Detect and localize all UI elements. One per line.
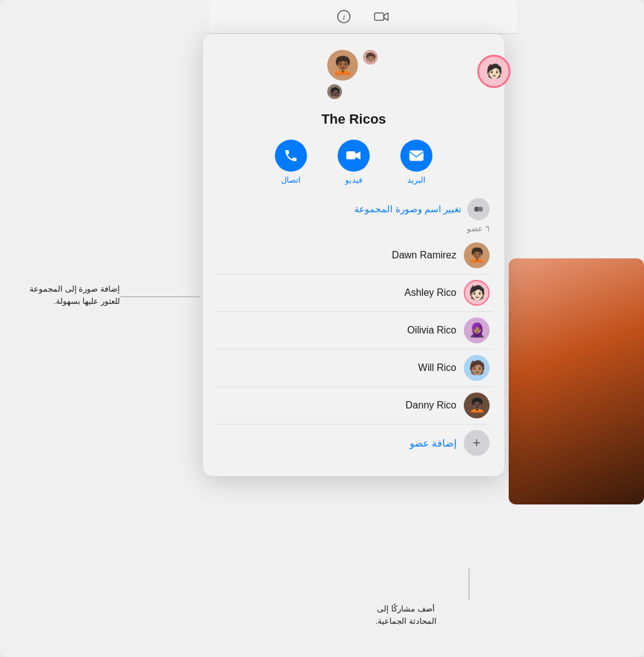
member-row-oilivia[interactable]: Oilivia Rico 🧕🏽	[215, 312, 492, 349]
call-label: اتصال	[281, 175, 301, 185]
member-avatar-danny: 🧑🏿‍🦱	[464, 392, 490, 418]
annotation-left: إضافة صورة إلى المجموعةللعثور عليها بسهو…	[9, 283, 120, 307]
svg-rect-2	[375, 13, 384, 20]
annotation-line-left	[120, 297, 200, 297]
background-image-panel	[509, 258, 644, 504]
member-name-ashley: Ashley Rico	[218, 287, 456, 298]
svg-rect-4	[410, 151, 423, 161]
group-info-card: 🧑🏾‍🦱 🧒🏽 🧑🏿 🧑🏻 The Ricos اتصال	[203, 34, 504, 476]
member-avatar-dawn: 🧑🏾‍🦱	[464, 242, 490, 268]
avatar-dawn: 🧑🏾‍🦱	[326, 49, 359, 82]
member-name-will: Will Rico	[218, 362, 456, 373]
video-call-icon[interactable]	[372, 7, 392, 26]
video-button[interactable]: فيديو	[338, 140, 370, 185]
member-name-oilivia: Oilivia Rico	[218, 325, 456, 336]
mail-label: البريد	[407, 175, 426, 185]
member-name-danny: Danny Rico	[218, 400, 456, 411]
video-button-circle	[338, 140, 370, 172]
svg-text:i: i	[343, 12, 345, 22]
group-title: The Ricos	[215, 111, 492, 127]
avatar-small-1: 🧒🏽	[362, 49, 379, 66]
member-avatar-oilivia: 🧕🏽	[464, 317, 490, 343]
change-name-photo-label: تغيير اسم وصورة المجموعة	[354, 204, 461, 215]
avatar-cluster: 🧑🏾‍🦱 🧒🏽 🧑🏿 🧑🏻	[215, 49, 492, 104]
members-count: ٦ عضو	[215, 224, 492, 233]
mail-button[interactable]: البريد	[400, 140, 432, 185]
svg-point-6	[478, 207, 483, 212]
add-member-row[interactable]: إضافة عضو +	[215, 424, 492, 461]
group-photo-icon	[467, 198, 490, 220]
add-member-button[interactable]: +	[464, 430, 490, 456]
member-row-danny[interactable]: Danny Rico 🧑🏿‍🦱	[215, 387, 492, 424]
member-row-ashley[interactable]: Ashley Rico 🧑🏻	[215, 274, 492, 312]
member-list: Dawn Ramirez 🧑🏾‍🦱 Ashley Rico 🧑🏻 Oilivia…	[215, 237, 492, 461]
svg-rect-3	[346, 151, 356, 159]
call-button[interactable]: اتصال	[275, 140, 307, 185]
info-icon[interactable]: i	[334, 7, 354, 26]
avatar-grid: 🧑🏾‍🦱 🧒🏽 🧑🏿	[326, 49, 381, 104]
avatar-ashley-highlighted: 🧑🏻	[477, 55, 511, 88]
mail-button-circle	[400, 140, 432, 172]
annotation-bottom-text: أضف مشاركًا إلىالمحادثة الجماعية.	[357, 603, 455, 627]
avatar-small-2: 🧑🏿	[326, 83, 343, 100]
action-buttons-row: اتصال فيديو البريد	[215, 140, 492, 185]
top-bar: i	[209, 0, 517, 34]
annotation-line-bottom	[469, 568, 469, 600]
annotation-left-text: إضافة صورة إلى المجموعةللعثور عليها بسهو…	[9, 283, 120, 307]
member-row-will[interactable]: Will Rico 🧑🏽	[215, 349, 492, 387]
plus-icon: +	[473, 435, 481, 451]
member-avatar-ashley: 🧑🏻	[464, 280, 490, 306]
video-label: فيديو	[345, 175, 362, 185]
change-name-photo-row[interactable]: تغيير اسم وصورة المجموعة	[215, 198, 492, 220]
annotation-bottom: أضف مشاركًا إلىالمحادثة الجماعية.	[357, 603, 455, 627]
member-avatar-will: 🧑🏽	[464, 355, 490, 381]
call-button-circle	[275, 140, 307, 172]
member-name-dawn: Dawn Ramirez	[218, 250, 456, 261]
member-row-dawn[interactable]: Dawn Ramirez 🧑🏾‍🦱	[215, 237, 492, 274]
add-member-label: إضافة عضو	[410, 437, 456, 449]
